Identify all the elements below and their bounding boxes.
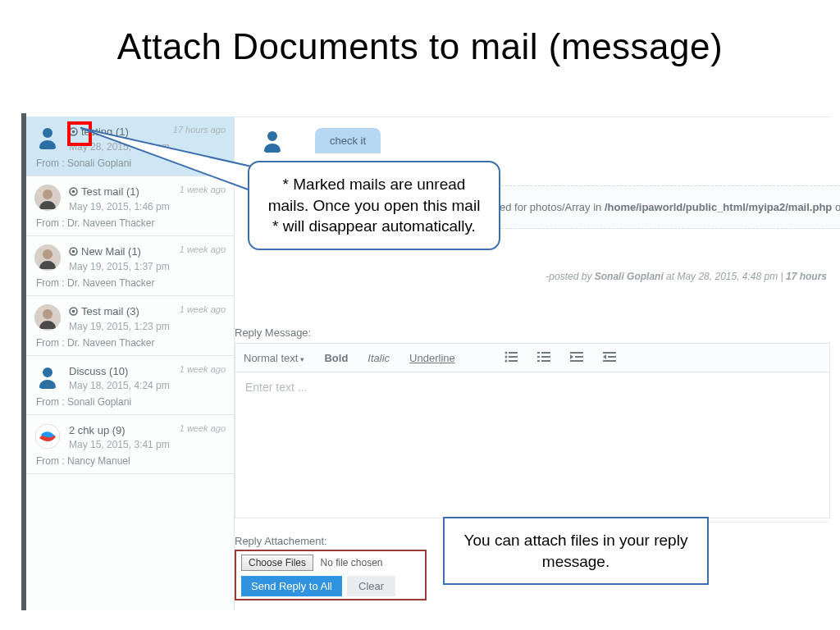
unread-dot-icon — [69, 305, 78, 319]
svg-rect-27 — [570, 352, 583, 354]
svg-rect-23 — [537, 356, 540, 358]
svg-point-11 — [43, 309, 52, 319]
no-file-chosen-text: No file chosen — [320, 557, 382, 568]
unread-dot-icon — [69, 245, 78, 259]
avatar — [34, 125, 61, 151]
svg-point-9 — [72, 250, 75, 253]
avatar — [34, 304, 61, 331]
avatar — [34, 244, 61, 271]
mail-date: May 19, 2015, 1:23 pm — [69, 321, 226, 332]
svg-rect-21 — [537, 352, 540, 354]
list-ol-icon[interactable] — [537, 351, 550, 365]
bold-button[interactable]: Bold — [324, 352, 348, 364]
send-reply-button[interactable]: Send Reply to All — [241, 576, 342, 596]
svg-rect-25 — [537, 360, 540, 362]
mail-from: From : Dr. Naveen Thacker — [36, 217, 226, 229]
mail-from: From : Nancy Manuel — [36, 455, 226, 467]
svg-point-7 — [43, 249, 52, 259]
svg-rect-16 — [509, 352, 518, 354]
mail-from: From : Dr. Naveen Thacker — [36, 277, 226, 289]
svg-point-19 — [504, 359, 507, 362]
svg-rect-28 — [575, 356, 583, 358]
mail-date: May 18, 2015, 4:24 pm — [69, 380, 226, 391]
mail-item[interactable]: Discuss (10) May 18, 2015, 4:24 pm 1 wee… — [26, 356, 234, 415]
svg-point-17 — [504, 355, 507, 358]
callout-pointer-icon — [80, 121, 269, 195]
svg-point-3 — [43, 189, 52, 199]
avatar — [34, 364, 61, 390]
svg-marker-33 — [80, 128, 262, 194]
mail-item[interactable]: 2 chk up (9) May 15, 2015, 3:41 pm 1 wee… — [26, 415, 234, 474]
posted-by-line: -posted by Sonali Goplani at May 28, 201… — [546, 271, 830, 282]
avatar — [34, 423, 61, 450]
italic-button[interactable]: Italic — [368, 352, 390, 364]
svg-rect-26 — [541, 360, 550, 362]
subject-chip: check it — [315, 128, 381, 153]
reply-message-label: Reply Message: — [235, 326, 311, 339]
avatar — [34, 185, 61, 211]
callout-attach: You can attach files in your reply messa… — [443, 517, 709, 585]
outdent-icon[interactable] — [603, 351, 616, 365]
unread-dot-icon — [69, 185, 78, 199]
slide-title: Attach Documents to mail (message) — [0, 26, 840, 67]
mail-age: 1 week ago — [180, 364, 226, 374]
mail-from: From : Dr. Naveen Thacker — [36, 337, 226, 349]
mail-from: From : Sonali Goplani — [36, 396, 226, 408]
svg-rect-22 — [541, 352, 550, 354]
mail-date: May 15, 2015, 3:41 pm — [69, 439, 226, 450]
svg-rect-18 — [509, 356, 518, 358]
svg-point-15 — [504, 351, 507, 354]
mail-date: May 19, 2015, 1:37 pm — [69, 261, 226, 272]
mail-age: 1 week ago — [180, 244, 226, 254]
unread-dot-icon — [69, 126, 78, 139]
editor-toolbar: Normal text▾ Bold Italic Underline — [235, 343, 830, 372]
svg-rect-29 — [570, 360, 583, 362]
reply-editor[interactable]: Enter text ... — [235, 372, 830, 518]
choose-files-button[interactable]: Choose Files — [241, 555, 313, 571]
mail-age: 1 week ago — [180, 423, 226, 433]
message-body-fragment: ed for photos/Array in /home/ipaworld/pu… — [493, 185, 840, 229]
mail-item[interactable]: Test mail (3) May 19, 2015, 1:23 pm 1 we… — [26, 296, 234, 356]
svg-point-1 — [72, 130, 75, 134]
format-dropdown[interactable]: Normal text▾ — [244, 352, 304, 364]
message-header: check it — [253, 116, 830, 166]
svg-rect-24 — [541, 356, 550, 358]
mail-date: May 19, 2015, 1:46 pm — [69, 201, 226, 212]
svg-rect-30 — [603, 352, 616, 354]
mail-item[interactable]: New Mail (1) May 19, 2015, 1:37 pm 1 wee… — [26, 236, 234, 296]
svg-rect-32 — [603, 360, 616, 362]
svg-point-5 — [72, 190, 75, 194]
mail-age: 1 week ago — [180, 304, 226, 314]
indent-icon[interactable] — [570, 351, 583, 365]
caret-down-icon: ▾ — [300, 355, 304, 363]
svg-rect-31 — [608, 356, 616, 358]
clear-button[interactable]: Clear — [347, 576, 395, 596]
reply-attachment-label: Reply Attachement: — [235, 535, 327, 547]
callout-unread: * Marked mails are unread mails. Once yo… — [248, 161, 500, 250]
attachment-highlight-box: Choose Files No file chosen Send Reply t… — [235, 550, 427, 600]
underline-button[interactable]: Underline — [409, 352, 455, 364]
svg-rect-20 — [509, 360, 518, 362]
svg-point-13 — [72, 310, 75, 313]
list-ul-icon[interactable] — [504, 351, 518, 365]
